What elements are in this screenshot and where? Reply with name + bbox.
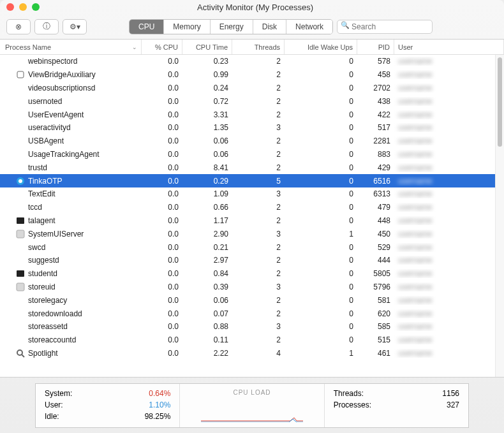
process-icon (15, 282, 26, 292)
col-cpu-time[interactable]: CPU Time (182, 40, 232, 54)
process-icon (15, 255, 26, 265)
table-row[interactable]: TextEdit0.01.09306313username (0, 187, 495, 201)
threads: 2 (232, 256, 285, 265)
table-row[interactable]: videosubscriptionsd0.00.24202702username (0, 82, 495, 95)
table-row[interactable]: suggestd0.02.9720444username (0, 254, 495, 267)
process-table: webinspectord0.00.2320578usernameViewBri… (0, 55, 495, 377)
process-icon (15, 110, 26, 120)
user-cell: username (394, 97, 495, 106)
pid: 458 (357, 70, 394, 79)
cpu-percent: 0.0 (142, 243, 182, 252)
table-row[interactable]: storeassetd0.00.8830585username (0, 320, 495, 334)
tab-network[interactable]: Network (286, 20, 332, 34)
table-row[interactable]: TinkaOTP0.00.29506516username (0, 174, 495, 187)
idle-wake-ups: 0 (285, 97, 357, 106)
system-value: 0.64% (149, 389, 170, 398)
idle-wake-ups: 1 (285, 230, 357, 239)
cpu-percent: 0.0 (142, 269, 182, 278)
close-window-button[interactable] (6, 3, 14, 11)
cpu-percent: 0.0 (142, 97, 182, 106)
process-icon (15, 136, 26, 146)
table-row[interactable]: Spotlight0.02.2241461username (0, 347, 495, 360)
cpu-time: 3.31 (182, 110, 232, 119)
table-row[interactable]: storedownloadd0.00.0720620username (0, 307, 495, 320)
col-idle-wake-ups[interactable]: Idle Wake Ups (285, 40, 357, 54)
col-pid[interactable]: PID (357, 40, 394, 54)
table-row[interactable]: UserEventAgent0.03.3120422username (0, 108, 495, 121)
table-row[interactable]: talagent0.01.1720448username (0, 214, 495, 228)
cpu-percent: 0.0 (142, 322, 182, 331)
user-cell: username (394, 309, 495, 318)
tab-energy[interactable]: Energy (211, 20, 253, 34)
table-header: Process Name ⌄ % CPU CPU Time Threads Id… (0, 40, 504, 55)
cpu-time: 2.22 (182, 349, 232, 358)
table-row[interactable]: useractivityd0.01.3530517username (0, 121, 495, 135)
col-cpu[interactable]: % CPU (142, 40, 182, 54)
table-row[interactable]: storeaccountd0.00.1120515username (0, 334, 495, 347)
col-user[interactable]: User (394, 40, 504, 54)
cpu-time: 0.06 (182, 150, 232, 159)
process-name: usernoted (28, 97, 62, 106)
pid: 461 (357, 349, 394, 358)
cpu-time: 0.88 (182, 322, 232, 331)
process-icon (15, 70, 26, 80)
cpu-percent: 0.0 (142, 57, 182, 66)
idle-wake-ups: 0 (285, 216, 357, 225)
table-row[interactable]: SystemUIServer0.02.9031450username (0, 227, 495, 240)
cpu-percent: 0.0 (142, 84, 182, 92)
user-cell: username (394, 322, 495, 331)
threads: 2 (232, 163, 285, 172)
pid: 438 (357, 97, 394, 106)
settings-button[interactable]: ⚙︎▾ (63, 19, 87, 34)
chevron-down-icon: ⌄ (132, 44, 137, 50)
quit-process-button[interactable]: ⊗ (6, 19, 31, 34)
threads-value: 1156 (442, 389, 459, 398)
tab-cpu[interactable]: CPU (130, 20, 164, 34)
cpu-percent: 0.0 (142, 203, 182, 212)
user-cell: username (394, 189, 495, 198)
process-name: webinspectord (28, 57, 77, 66)
table-row[interactable]: trustd0.08.4120429username (0, 161, 495, 174)
user-cell: username (394, 136, 495, 145)
cpu-time: 0.29 (182, 177, 232, 186)
table-row[interactable]: webinspectord0.00.2320578username (0, 55, 495, 68)
threads: 2 (232, 309, 285, 318)
col-process-name[interactable]: Process Name ⌄ (0, 40, 142, 54)
table-row[interactable]: ViewBridgeAuxiliary0.00.9920458username (0, 68, 495, 82)
cpu-time: 0.66 (182, 203, 232, 212)
vertical-scrollbar[interactable] (495, 55, 504, 377)
table-row[interactable]: UsageTrackingAgent0.00.0620883username (0, 148, 495, 161)
zoom-window-button[interactable] (32, 3, 40, 11)
table-row[interactable]: USBAgent0.00.06202281username (0, 135, 495, 148)
cpu-percent: 0.0 (142, 163, 182, 172)
threads: 5 (232, 177, 285, 186)
titlebar: Activity Monitor (My Processes) (0, 0, 504, 14)
table-row[interactable]: studentd0.00.84205805username (0, 267, 495, 281)
inspect-process-button[interactable]: ⓘ (34, 19, 59, 34)
pid: 5796 (357, 283, 394, 291)
threads: 2 (232, 110, 285, 119)
scrollbar-thumb[interactable] (498, 57, 502, 147)
table-row[interactable]: tccd0.00.6620479username (0, 201, 495, 214)
process-icon (15, 202, 26, 212)
table-row[interactable]: usernoted0.00.7220438username (0, 94, 495, 108)
cpu-percent: 0.0 (142, 189, 182, 198)
tab-disk[interactable]: Disk (253, 20, 286, 34)
pid: 585 (357, 322, 394, 331)
tab-memory[interactable]: Memory (164, 20, 210, 34)
table-row[interactable]: storeuid0.00.39305796username (0, 281, 495, 294)
cpu-percent: 0.0 (142, 296, 182, 305)
svg-rect-5 (17, 270, 24, 277)
minimize-window-button[interactable] (19, 3, 27, 11)
col-threads[interactable]: Threads (232, 40, 285, 54)
threads: 2 (232, 243, 285, 252)
user-cell: username (394, 70, 495, 79)
table-row[interactable]: swcd0.00.2120529username (0, 240, 495, 254)
idle-wake-ups: 0 (285, 256, 357, 265)
user-label: User: (45, 400, 63, 409)
search-input[interactable] (337, 20, 433, 34)
process-name: TinkaOTP (28, 177, 63, 186)
pid: 5805 (357, 269, 394, 278)
svg-point-7 (17, 350, 22, 355)
table-row[interactable]: storelegacy0.00.0620581username (0, 293, 495, 307)
